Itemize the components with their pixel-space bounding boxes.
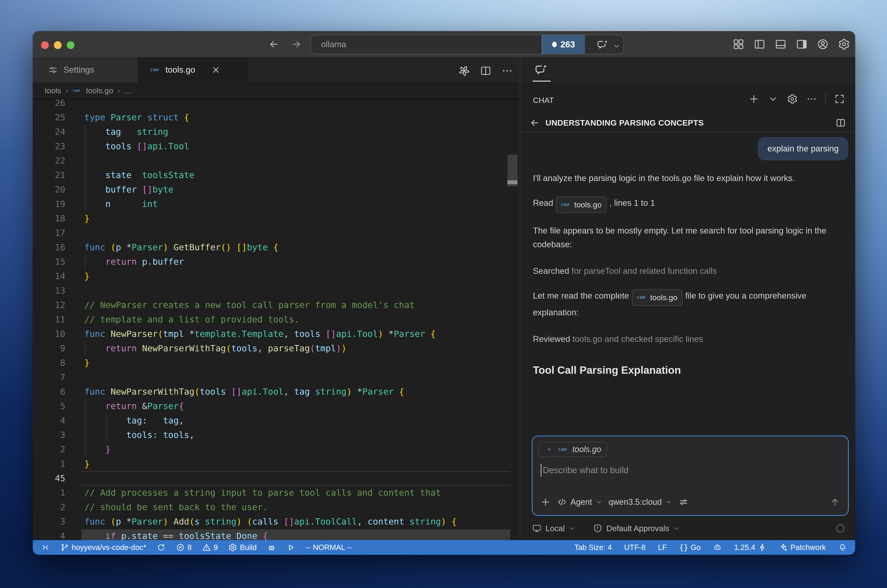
plus-icon[interactable]: [748, 93, 759, 105]
context-chip[interactable]: GO tools.go: [538, 442, 607, 457]
close-tab-icon[interactable]: [211, 65, 221, 75]
send-message-icon[interactable]: [830, 497, 840, 507]
code-line[interactable]: 23 tools []api.Tool: [33, 139, 520, 153]
breadcrumb-symbol[interactable]: ...: [125, 86, 131, 95]
sidebar-right-icon[interactable]: [795, 38, 808, 50]
approvals-selector[interactable]: Default Approvals: [606, 524, 669, 533]
code-line[interactable]: 12// NewParser creates a new tool call p…: [33, 298, 520, 312]
statusbar-remote[interactable]: [41, 543, 50, 552]
code-line[interactable]: 20 buffer []byte: [33, 182, 520, 197]
chevron-down-icon[interactable]: [569, 525, 575, 532]
code-line[interactable]: 21 state toolsState: [33, 168, 520, 182]
statusbar-play[interactable]: [287, 543, 295, 552]
code-line[interactable]: 25type Parser struct {: [33, 110, 520, 124]
model-token-badge[interactable]: 263: [542, 35, 585, 54]
chat-message-list[interactable]: explain the parsingI'll analyze the pars…: [533, 132, 848, 432]
panel-bottom-icon[interactable]: [774, 38, 787, 50]
gear-icon[interactable]: [787, 93, 798, 105]
chevron-down-icon[interactable]: [612, 42, 621, 50]
command-center-search[interactable]: ollama 263: [311, 34, 624, 54]
chevron-down-icon[interactable]: [768, 93, 779, 105]
tool-activity-row[interactable]: Reviewed tools.go and checked specific l…: [533, 332, 848, 346]
breadcrumb-file[interactable]: tools.go: [86, 86, 113, 95]
code-line[interactable]: 4 if p.state == toolsState_Done {: [33, 529, 520, 540]
account-icon[interactable]: [816, 38, 829, 50]
layout-grid-icon[interactable]: [732, 38, 745, 50]
code-text: if p.state == toolsState_Done {: [84, 529, 268, 540]
code-line[interactable]: 24 tag string: [33, 124, 520, 139]
tool-activity-row[interactable]: Searched for parseTool and related funct…: [533, 264, 848, 278]
sidebar-left-icon[interactable]: [753, 38, 766, 50]
code-line[interactable]: 2 }: [33, 442, 520, 457]
chat-composer[interactable]: GO tools.go Describe what to build Agent…: [532, 436, 849, 516]
code-line[interactable]: 3 tools: tools,: [33, 428, 520, 442]
split-columns-icon[interactable]: [480, 65, 492, 77]
code-line[interactable]: 45: [33, 471, 520, 486]
minimize-window-button[interactable]: [54, 41, 62, 49]
code-line[interactable]: 5 return &Parser{: [33, 399, 520, 413]
file-chip[interactable]: GOtools.go: [632, 289, 683, 306]
code-line[interactable]: 18}: [33, 211, 520, 226]
statusbar-normal[interactable]: -- NORMAL --: [306, 543, 352, 552]
statusbar-tab-size-4[interactable]: Tab Size: 4: [574, 543, 612, 552]
mode-selector[interactable]: Agent: [557, 497, 603, 507]
forward-icon[interactable]: [291, 39, 302, 50]
file-chip[interactable]: GOtools.go: [556, 196, 606, 213]
code-line[interactable]: 14}: [33, 269, 520, 284]
code-line[interactable]: 19 n int: [33, 197, 520, 211]
more-ellipsis-icon[interactable]: [501, 65, 513, 77]
code-line[interactable]: 8}: [33, 356, 520, 370]
tab-tools-go[interactable]: GO tools.go: [138, 57, 249, 82]
code-line[interactable]: 10func NewParser(tmpl *template.Template…: [33, 327, 520, 341]
back-icon[interactable]: [530, 117, 540, 128]
code-line[interactable]: 7: [33, 370, 520, 384]
model-selector[interactable]: qwen3.5:cloud: [609, 497, 672, 507]
code-line[interactable]: 6func NewParserWithTag(tools []api.Tool,…: [33, 384, 520, 399]
code-line[interactable]: 15 return p.buffer: [33, 255, 520, 269]
statusbar-9[interactable]: 9: [202, 543, 218, 552]
chat-input[interactable]: Describe what to build: [541, 464, 629, 477]
breadcrumb-folder[interactable]: tools: [45, 86, 61, 95]
model-settings-icon[interactable]: [678, 497, 689, 507]
statusbar-8[interactable]: 8: [176, 543, 192, 552]
editor-scrollbar[interactable]: [508, 99, 519, 540]
statusbar-robot[interactable]: [713, 543, 722, 552]
code-line[interactable]: 17: [33, 226, 520, 240]
add-context-icon[interactable]: [540, 497, 551, 507]
expand-icon[interactable]: [834, 93, 845, 105]
code-line[interactable]: 22: [33, 153, 520, 168]
statusbar-go[interactable]: {}Go: [679, 543, 701, 552]
back-icon[interactable]: [269, 39, 279, 50]
chat-panel-tab-icon[interactable]: [535, 64, 548, 77]
statusbar-1-25-4[interactable]: 1.25.4: [734, 543, 767, 552]
pinwheel-icon[interactable]: [458, 65, 470, 77]
code-editor[interactable]: 2625type Parser struct {24 tag string23 …: [33, 99, 520, 540]
statusbar-bug[interactable]: [267, 543, 276, 552]
more-ellipsis-icon[interactable]: [806, 93, 817, 105]
statusbar-bell[interactable]: [838, 543, 847, 552]
statusbar-patchwork[interactable]: Patchwork: [779, 543, 826, 552]
environment-selector[interactable]: Local: [545, 524, 565, 533]
statusbar-sync[interactable]: [157, 543, 165, 552]
code-line[interactable]: 13: [33, 284, 520, 298]
chat-sparkle-icon[interactable]: [597, 39, 609, 51]
zoom-window-button[interactable]: [67, 41, 75, 49]
statusbar-lf[interactable]: LF: [658, 543, 667, 552]
open-in-editor-icon[interactable]: [836, 117, 846, 128]
code-line[interactable]: 11// template and a list of provided too…: [33, 312, 520, 327]
search-input[interactable]: ollama: [321, 35, 346, 54]
statusbar-hoyyeva-vs-code-doc[interactable]: hoyyeva/vs-code-doc*: [60, 543, 146, 552]
code-line[interactable]: 1}: [33, 457, 520, 471]
code-line[interactable]: 3func (p *Parser) Add(s string) (calls […: [33, 514, 520, 529]
code-line[interactable]: 9 return NewParserWithTag(tools, parseTa…: [33, 341, 520, 356]
statusbar-utf-8[interactable]: UTF-8: [624, 543, 646, 552]
gear-icon[interactable]: [838, 38, 850, 50]
statusbar-build[interactable]: Build: [228, 543, 257, 552]
close-window-button[interactable]: [41, 41, 49, 49]
code-line[interactable]: 2// should be sent back to the user.: [33, 500, 520, 514]
code-line[interactable]: 1// Add processes a string input to pars…: [33, 486, 520, 500]
code-line[interactable]: 16func (p *Parser) GetBuffer() []byte {: [33, 240, 520, 255]
tab-settings[interactable]: Settings: [33, 57, 137, 82]
chevron-down-icon[interactable]: [673, 525, 680, 532]
code-line[interactable]: 4 tag: tag,: [33, 413, 520, 428]
